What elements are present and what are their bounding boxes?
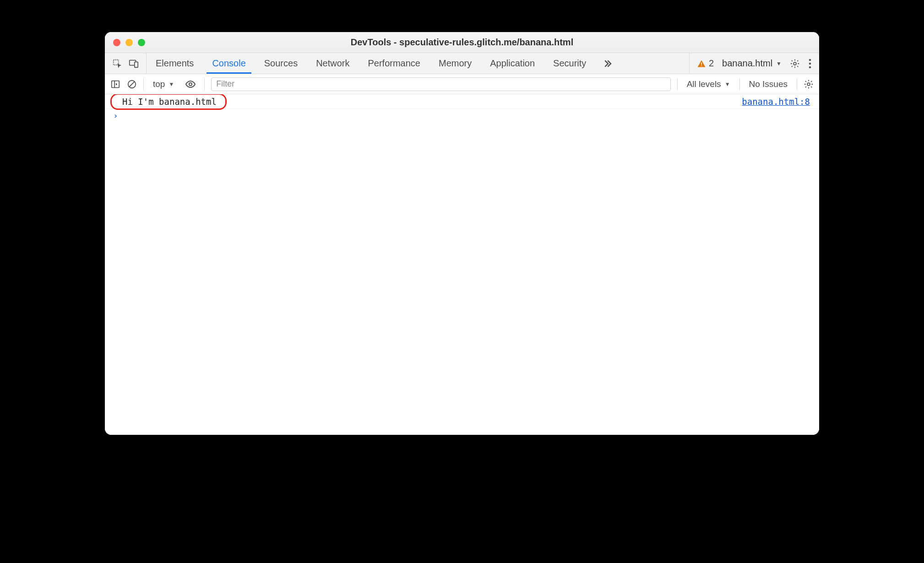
- maximize-icon[interactable]: [138, 39, 145, 46]
- more-tabs-button[interactable]: [595, 53, 619, 74]
- clear-console-icon[interactable]: [127, 79, 137, 89]
- prompt-caret-icon: ›: [113, 111, 118, 120]
- warnings-count: 2: [709, 58, 714, 69]
- tab-application[interactable]: Application: [481, 53, 544, 74]
- titlebar: DevTools - speculative-rules.glitch.me/b…: [105, 32, 819, 53]
- tab-label: Elements: [156, 58, 194, 69]
- svg-rect-4: [701, 65, 702, 66]
- target-picker[interactable]: banana.html ▼: [722, 58, 782, 69]
- tab-security[interactable]: Security: [544, 53, 595, 74]
- live-expression-icon[interactable]: [183, 79, 198, 90]
- svg-point-6: [809, 59, 811, 61]
- divider: [677, 78, 678, 90]
- svg-point-13: [189, 83, 192, 86]
- tab-label: Application: [490, 58, 535, 69]
- tab-performance[interactable]: Performance: [359, 53, 430, 74]
- tab-elements[interactable]: Elements: [147, 53, 203, 74]
- console-toolbar: top ▼ All levels ▼ No Issues: [105, 74, 819, 94]
- svg-line-12: [130, 81, 135, 87]
- tab-label: Sources: [264, 58, 298, 69]
- warning-icon: [697, 59, 706, 68]
- svg-point-5: [794, 62, 796, 65]
- kebab-menu-icon[interactable]: [808, 59, 812, 69]
- context-picker[interactable]: top ▼: [150, 79, 177, 89]
- issues-label: No Issues: [749, 79, 788, 89]
- tab-label: Console: [212, 58, 245, 69]
- svg-point-7: [809, 62, 811, 65]
- svg-point-14: [807, 83, 810, 86]
- log-levels-picker[interactable]: All levels ▼: [684, 79, 733, 89]
- svg-rect-9: [112, 81, 120, 87]
- tab-memory[interactable]: Memory: [429, 53, 481, 74]
- toggle-sidebar-icon[interactable]: [110, 79, 120, 89]
- warnings-badge[interactable]: 2: [697, 58, 714, 69]
- minimize-icon[interactable]: [125, 39, 133, 46]
- filter-input-wrap: [211, 77, 670, 91]
- chevron-down-icon: ▼: [776, 60, 782, 67]
- console-prompt[interactable]: ›: [105, 109, 819, 122]
- console-output[interactable]: Hi I'm banana.html banana.html:8 ›: [105, 94, 819, 435]
- tab-console[interactable]: Console: [203, 53, 255, 74]
- log-message: Hi I'm banana.html: [116, 96, 223, 108]
- context-label: top: [153, 79, 165, 89]
- tabs-bar: Elements Console Sources Network Perform…: [105, 53, 819, 74]
- console-settings-icon[interactable]: [804, 79, 814, 89]
- tab-label: Network: [316, 58, 349, 69]
- levels-label: All levels: [687, 79, 721, 89]
- chevron-down-icon: ▼: [725, 81, 730, 87]
- chevron-down-icon: ▼: [168, 81, 174, 87]
- tab-label: Performance: [368, 58, 421, 69]
- divider: [143, 78, 144, 90]
- tab-label: Security: [553, 58, 586, 69]
- traffic-lights: [105, 39, 145, 46]
- issues-button[interactable]: No Issues: [746, 79, 790, 89]
- divider: [204, 78, 205, 90]
- filter-input[interactable]: [211, 77, 670, 91]
- log-row[interactable]: Hi I'm banana.html banana.html:8: [105, 94, 819, 109]
- tab-sources[interactable]: Sources: [255, 53, 307, 74]
- svg-rect-2: [135, 62, 138, 67]
- device-toolbar-icon[interactable]: [129, 59, 139, 69]
- svg-rect-3: [701, 62, 702, 65]
- tab-list: Elements Console Sources Network Perform…: [147, 53, 595, 74]
- settings-icon[interactable]: [790, 59, 800, 69]
- close-icon[interactable]: [113, 39, 120, 46]
- window-title: DevTools - speculative-rules.glitch.me/b…: [105, 37, 819, 48]
- divider: [739, 78, 740, 90]
- svg-point-8: [809, 66, 811, 68]
- tab-network[interactable]: Network: [307, 53, 359, 74]
- inspect-element-icon[interactable]: [112, 59, 122, 69]
- tab-label: Memory: [439, 58, 472, 69]
- log-source-link[interactable]: banana.html:8: [742, 97, 810, 107]
- target-label: banana.html: [722, 58, 772, 69]
- divider: [797, 78, 797, 90]
- devtools-window: DevTools - speculative-rules.glitch.me/b…: [105, 32, 819, 435]
